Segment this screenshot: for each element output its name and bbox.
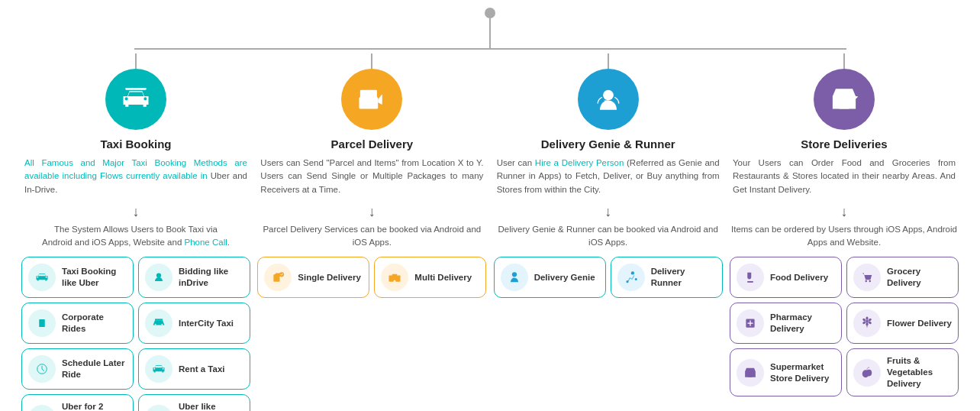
card-icon-2wheeler [28, 405, 56, 411]
svg-point-27 [865, 280, 867, 283]
svg-point-21 [512, 272, 517, 277]
svg-rect-6 [43, 323, 44, 325]
col-line-v-genie [608, 53, 609, 69]
svg-point-31 [866, 317, 868, 320]
card-pool: Uber like Pool/Share Taxi [138, 394, 250, 411]
taxi-subdesc: The System Allows Users to Book Taxi via… [42, 223, 230, 250]
card-fruits-delivery: Fruits & Vegetables Delivery [846, 348, 959, 396]
svg-point-33 [868, 321, 872, 325]
card-icon-flower [853, 309, 881, 337]
card-label-fruits: Fruits & Vegetables Delivery [887, 355, 952, 390]
card-icon-delivery-genie [501, 264, 528, 291]
column-genie: Delivery Genie & Runner User can Hire a … [494, 53, 723, 411]
card-label-single: Single Delivery [298, 272, 360, 283]
card-icon-pharmacy [737, 309, 764, 337]
card-icon-food [737, 264, 764, 291]
genie-desc: User can Hire a Delivery Person (Referre… [494, 157, 723, 196]
card-icon-corporate [28, 309, 56, 337]
card-icon-single [264, 264, 292, 291]
card-label-delivery-genie: Delivery Genie [534, 272, 595, 283]
card-label-schedule: Schedule Later Ride [62, 358, 127, 380]
card-label-rent: Rent a Taxi [179, 364, 225, 375]
card-2wheeler: Uber for 2 Wheeler / Tuk-Tuk / Tricycles [21, 394, 134, 411]
svg-point-1 [156, 273, 161, 278]
parcel-title: Parcel Delivery [331, 138, 414, 150]
svg-point-22 [630, 271, 633, 274]
svg-rect-13 [359, 97, 379, 108]
card-label-flower: Flower Delivery [887, 318, 952, 329]
card-corporate: Corporate Rides [21, 303, 134, 344]
taxi-arrow: ↓ [133, 204, 140, 220]
store-cards-grid: Food Delivery Grocery Delivery Pharmacy … [730, 257, 959, 396]
svg-rect-5 [40, 323, 42, 325]
store-desc: Your Users can Order Food and Groceries … [730, 157, 959, 196]
parcel-arrow: ↓ [369, 204, 376, 220]
top-line-v [489, 18, 491, 49]
svg-rect-25 [839, 100, 849, 108]
card-taxi-booking: Taxi Booking like Uber [21, 257, 134, 298]
card-label-supermarket: Supermarket Store Delivery [770, 361, 835, 384]
parcel-cards-grid: Single Delivery Multi Delivery [257, 257, 486, 298]
svg-rect-0 [125, 88, 147, 90]
card-icon-delivery-runner [617, 264, 645, 291]
card-icon-grocery [853, 264, 881, 291]
card-icon-multi [381, 264, 408, 291]
card-label-bidding: Bidding like inDrive [179, 266, 243, 289]
column-parcel: Parcel Delivery Users can Send "Parcel a… [257, 53, 486, 411]
card-pharmacy-delivery: Pharmacy Delivery [730, 303, 842, 344]
card-multi-delivery: Multi Delivery [374, 257, 486, 298]
store-title: Store Deliveries [801, 138, 887, 150]
card-icon-supermarket [737, 359, 764, 387]
parcel-icon-circle [341, 69, 402, 130]
top-connector [15, 8, 965, 53]
svg-point-30 [866, 320, 869, 323]
page-wrapper: Taxi Booking All Famous and Major Taxi B… [0, 0, 980, 411]
card-label-multi: Multi Delivery [414, 272, 472, 283]
column-store: Store Deliveries Your Users can Order Fo… [730, 53, 959, 411]
col-line-v-store [843, 53, 845, 69]
card-icon-pool [145, 405, 172, 411]
card-label-corporate: Corporate Rides [62, 312, 127, 335]
card-flower-delivery: Flower Delivery [846, 303, 959, 344]
card-label-taxi-booking: Taxi Booking like Uber [62, 266, 127, 289]
store-icon-circle [814, 69, 875, 130]
taxi-desc: All Famous and Major Taxi Booking Method… [21, 157, 250, 196]
svg-rect-7 [41, 325, 44, 328]
parcel-subdesc: Parcel Delivery Services can be booked v… [257, 223, 486, 250]
svg-point-35 [862, 321, 866, 325]
genie-arrow: ↓ [604, 204, 611, 220]
card-single-delivery: Single Delivery [257, 257, 369, 298]
card-icon-intercity [145, 309, 172, 337]
svg-point-24 [634, 278, 637, 280]
card-icon-fruits [853, 359, 881, 387]
card-delivery-genie: Delivery Genie [494, 257, 606, 298]
card-intercity: InterCity Taxi [138, 303, 250, 344]
svg-point-28 [869, 280, 871, 283]
svg-point-16 [279, 272, 284, 277]
svg-point-36 [862, 318, 866, 322]
card-label-pharmacy: Pharmacy Delivery [770, 312, 835, 335]
card-icon-taxi-booking [28, 264, 56, 291]
card-grocery-delivery: Grocery Delivery [846, 257, 959, 298]
svg-rect-19 [396, 276, 401, 282]
genie-icon-circle [578, 69, 639, 130]
svg-point-32 [868, 318, 872, 322]
card-label-2wheeler: Uber for 2 Wheeler / Tuk-Tuk / Tricycles [62, 401, 127, 411]
col-line-v-parcel [371, 53, 372, 69]
card-supermarket-delivery: Supermarket Store Delivery [730, 348, 842, 396]
column-taxi: Taxi Booking All Famous and Major Taxi B… [21, 53, 250, 411]
store-arrow: ↓ [840, 204, 847, 220]
parcel-desc: Users can Send "Parcel and Items" from L… [257, 157, 486, 196]
svg-point-39 [866, 369, 872, 376]
card-label-intercity: InterCity Taxi [179, 318, 234, 329]
card-schedule: Schedule Later Ride [21, 348, 134, 390]
card-label-pool: Uber like Pool/Share Taxi [179, 401, 243, 411]
genie-subdesc: Delivery Genie & Runner can be booked vi… [494, 223, 723, 250]
taxi-title: Taxi Booking [100, 138, 171, 150]
svg-rect-4 [43, 321, 44, 322]
svg-point-20 [603, 90, 614, 101]
top-dot [485, 8, 495, 18]
card-delivery-runner: Delivery Runner [611, 257, 723, 298]
card-label-grocery: Grocery Delivery [887, 266, 952, 289]
svg-rect-3 [40, 321, 42, 322]
